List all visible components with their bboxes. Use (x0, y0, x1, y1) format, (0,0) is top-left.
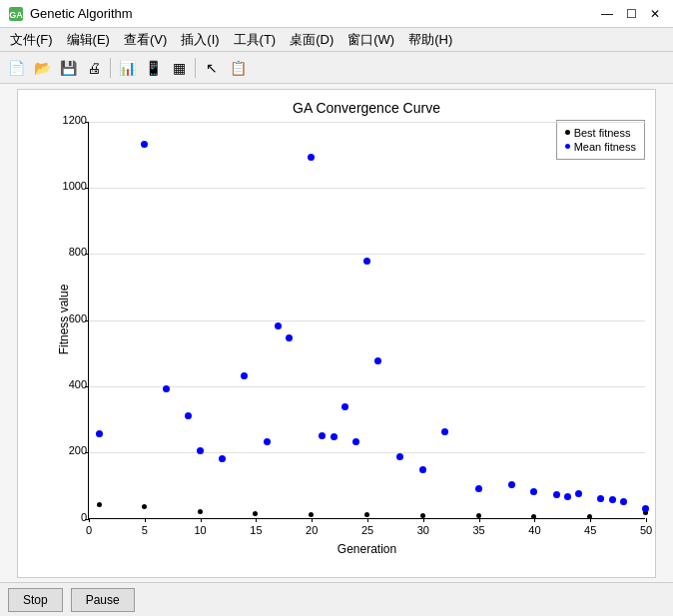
best-dot (142, 504, 147, 509)
x-tick-5: 5 (142, 524, 148, 536)
mean-dot (219, 455, 226, 462)
app-icon: GA (8, 6, 24, 22)
mean-dot (508, 481, 515, 488)
x-tickmark-10 (201, 518, 202, 522)
title-bar: GA Genetic Algorithm — ☐ ✕ (0, 0, 673, 28)
x-tick-0: 0 (86, 524, 92, 536)
x-tickmark-25 (367, 518, 368, 522)
x-tickmark-50 (646, 518, 647, 522)
y-tickmark-1000 (85, 188, 89, 189)
mean-dot (419, 466, 426, 473)
y-tickmark-600 (85, 320, 89, 321)
menu-item-插入I[interactable]: 插入(I) (175, 30, 225, 49)
mean-dot (286, 334, 293, 341)
best-dot (420, 513, 425, 518)
x-tick-45: 45 (584, 524, 596, 536)
x-tick-50: 50 (640, 524, 652, 536)
mean-dot (96, 430, 103, 437)
x-tick-35: 35 (472, 524, 484, 536)
status-bar: Stop Pause (0, 582, 673, 616)
chart-container: GA Convergence Curve Best fitness Mean f… (17, 89, 656, 578)
print-button[interactable]: 🖨 (82, 56, 106, 80)
x-axis-label: Generation (337, 542, 396, 556)
tb-btn-6[interactable]: 📱 (141, 56, 165, 80)
y-gridline-1000 (89, 188, 645, 189)
y-gridline-800 (89, 254, 645, 255)
open-button[interactable]: 📂 (30, 56, 54, 80)
y-tickmark-1200 (85, 122, 89, 123)
menu-item-文件F[interactable]: 文件(F) (4, 30, 59, 49)
mean-dot (141, 141, 148, 148)
tb-btn-8[interactable]: ↖ (200, 56, 224, 80)
mean-dot (620, 498, 627, 505)
maximize-button[interactable]: ☐ (621, 4, 641, 24)
mean-dot (275, 322, 282, 329)
x-tickmark-15 (256, 518, 257, 522)
toolbar-sep-2 (195, 58, 196, 78)
window-title: Genetic Algorithm (30, 6, 133, 21)
menu-item-窗口W[interactable]: 窗口(W) (341, 30, 400, 49)
mean-dot (241, 372, 248, 379)
mean-dot (564, 493, 571, 500)
menu-item-工具T[interactable]: 工具(T) (228, 30, 283, 49)
mean-dot (575, 490, 582, 497)
mean-dot (352, 438, 359, 445)
menu-item-编辑E[interactable]: 编辑(E) (61, 30, 116, 49)
y-tick-1000: 1000 (59, 180, 87, 192)
tb-btn-9[interactable]: 📋 (226, 56, 250, 80)
x-tickmark-35 (479, 518, 480, 522)
main-area: GA Convergence Curve Best fitness Mean f… (0, 84, 673, 582)
title-bar-left: GA Genetic Algorithm (8, 6, 133, 22)
best-dot (253, 511, 258, 516)
mean-dot (475, 485, 482, 492)
y-tickmark-400 (85, 386, 89, 387)
mean-dot (331, 433, 337, 440)
best-dot (309, 512, 314, 517)
x-tick-15: 15 (250, 524, 262, 536)
new-button[interactable]: 📄 (4, 56, 28, 80)
x-tick-40: 40 (528, 524, 540, 536)
x-tick-25: 25 (361, 524, 373, 536)
y-gridline-1200 (89, 122, 645, 123)
mean-dot (441, 428, 448, 435)
svg-text:GA: GA (9, 10, 23, 20)
close-button[interactable]: ✕ (645, 4, 665, 24)
mean-dot (553, 491, 560, 498)
mean-dot (642, 505, 649, 512)
x-tick-10: 10 (194, 524, 206, 536)
minimize-button[interactable]: — (597, 4, 617, 24)
best-dot (97, 502, 102, 507)
menu-bar: 文件(F)编辑(E)查看(V)插入(I)工具(T)桌面(D)窗口(W)帮助(H) (0, 28, 673, 52)
pause-button[interactable]: Pause (71, 588, 135, 612)
menu-item-桌面D[interactable]: 桌面(D) (284, 30, 339, 49)
mean-dot (530, 488, 537, 495)
save-button[interactable]: 💾 (56, 56, 80, 80)
y-tick-400: 400 (59, 378, 87, 390)
mean-dot (374, 357, 381, 364)
mean-dot (319, 432, 326, 439)
y-gridline-600 (89, 320, 645, 321)
toolbar-sep-1 (110, 58, 111, 78)
y-tickmark-200 (85, 452, 89, 453)
mean-dot (341, 403, 348, 410)
x-tickmark-30 (423, 518, 424, 522)
x-tick-30: 30 (417, 524, 429, 536)
best-dot (476, 513, 481, 518)
best-dot (198, 509, 203, 514)
y-tickmark-800 (85, 254, 89, 255)
title-bar-controls: — ☐ ✕ (597, 4, 665, 24)
tb-btn-7[interactable]: ▦ (167, 56, 191, 80)
menu-item-查看V[interactable]: 查看(V) (118, 30, 173, 49)
y-tick-600: 600 (59, 312, 87, 324)
x-tickmark-20 (312, 518, 313, 522)
best-dot (364, 512, 369, 517)
y-tick-200: 200 (59, 444, 87, 456)
tb-btn-5[interactable]: 📊 (115, 56, 139, 80)
mean-dot (163, 385, 170, 392)
mean-dot (363, 258, 370, 265)
x-tick-20: 20 (306, 524, 318, 536)
y-tick-1200: 1200 (59, 114, 87, 126)
stop-button[interactable]: Stop (8, 588, 63, 612)
y-gridline-400 (89, 386, 645, 387)
menu-item-帮助H[interactable]: 帮助(H) (402, 30, 458, 49)
